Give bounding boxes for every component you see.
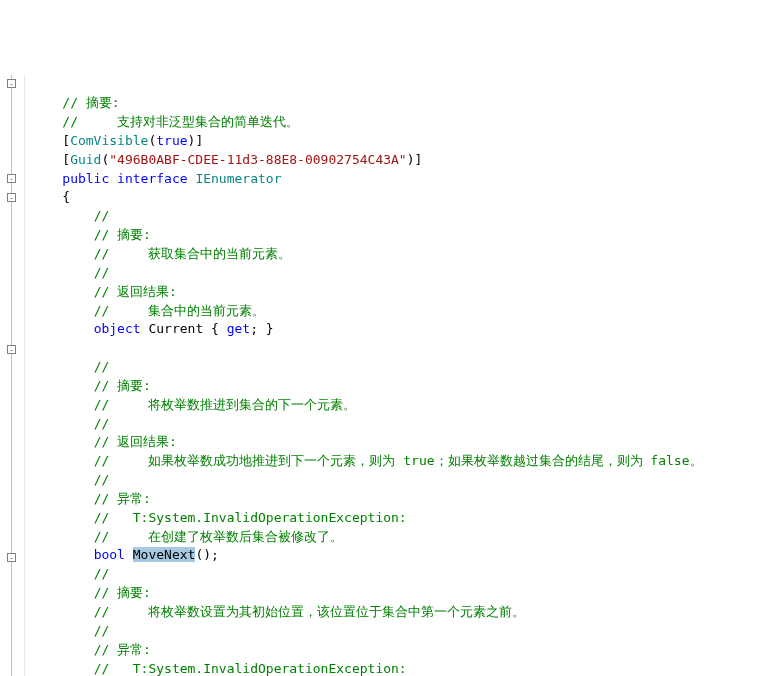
code-line: { (31, 189, 70, 204)
comment: // (94, 208, 110, 223)
comment: // 获取集合中的当前元素。 (94, 246, 292, 261)
comment: // 返回结果: (94, 434, 177, 449)
code-line: // 在创建了枚举数后集合被修改了。 (31, 529, 343, 544)
code-line: bool MoveNext(); (31, 547, 219, 562)
code-line: // 返回结果: (31, 434, 177, 449)
code-line: // 摘要: (31, 227, 151, 242)
code-line: // 摘要: (31, 585, 151, 600)
selected-text: MoveNext (133, 547, 196, 562)
code-line: // 获取集合中的当前元素。 (31, 246, 291, 261)
comment: // 如果枚举数成功地推进到下一个元素，则为 true；如果枚举数越过集合的结尾… (94, 453, 703, 468)
code-line: public interface IEnumerator (31, 171, 281, 186)
comment: // 集合中的当前元素。 (94, 303, 266, 318)
code-line: // (31, 208, 109, 223)
code-line: // (31, 623, 109, 638)
keyword: get (227, 321, 250, 336)
brace: { (62, 189, 70, 204)
code-line: [Guid("496B0ABF-CDEE-11d3-88E8-00902754C… (31, 152, 422, 167)
keyword: public (62, 171, 109, 186)
member: Current (148, 321, 203, 336)
code-line: // 将枚举数推进到集合的下一个元素。 (31, 397, 356, 412)
code-line: // 异常: (31, 642, 151, 657)
comment: // 摘要: (94, 585, 151, 600)
fold-toggle-icon[interactable]: - (7, 79, 16, 88)
code-line: // (31, 359, 109, 374)
code-line: // (31, 472, 109, 487)
comment: // (94, 566, 110, 581)
fold-toggle-icon[interactable]: - (7, 345, 16, 354)
code-area[interactable]: // 摘要: // 支持对非泛型集合的简单迭代。 [ComVisible(tru… (25, 75, 703, 676)
comment: // 摘要: (94, 378, 151, 393)
code-line: [ComVisible(true)] (31, 133, 203, 148)
comment: // 摘要: (62, 95, 119, 110)
comment: // (94, 359, 110, 374)
code-line: // (31, 416, 109, 431)
code-line: // 摘要: (31, 378, 151, 393)
fold-toggle-icon[interactable]: - (7, 553, 16, 562)
attribute: ComVisible (70, 133, 148, 148)
comment: // 返回结果: (94, 284, 177, 299)
code-line: // 支持对非泛型集合的简单迭代。 (31, 114, 299, 129)
code-line: // 异常: (31, 491, 151, 506)
comment: // (94, 472, 110, 487)
comment: // T:System.InvalidOperationException: (94, 661, 407, 676)
code-line: // T:System.InvalidOperationException: (31, 661, 407, 676)
comment: // (94, 265, 110, 280)
comment: // T:System.InvalidOperationException: (94, 510, 407, 525)
code-editor: - - - - - // 摘要: // 支持对非泛型集合的简单迭代。 [ComV… (0, 75, 781, 676)
comment: // (94, 416, 110, 431)
comment: // 异常: (94, 491, 151, 506)
comment: // 支持对非泛型集合的简单迭代。 (62, 114, 299, 129)
fold-toggle-icon[interactable]: - (7, 193, 16, 202)
comment: // 在创建了枚举数后集合被修改了。 (94, 529, 344, 544)
comment: // (94, 623, 110, 638)
fold-line (11, 75, 12, 676)
comment: // 异常: (94, 642, 151, 657)
fold-gutter: - - - - - (0, 75, 25, 676)
keyword: true (156, 133, 187, 148)
code-line: // T:System.InvalidOperationException: (31, 510, 407, 525)
attribute: Guid (70, 152, 101, 167)
code-line: // (31, 265, 109, 280)
type-name: IEnumerator (195, 171, 281, 186)
code-line: // 将枚举数设置为其初始位置，该位置位于集合中第一个元素之前。 (31, 604, 525, 619)
code-line: // 集合中的当前元素。 (31, 303, 265, 318)
code-line: object Current { get; } (31, 321, 274, 336)
comment: // 将枚举数设置为其初始位置，该位置位于集合中第一个元素之前。 (94, 604, 526, 619)
keyword: interface (117, 171, 187, 186)
fold-toggle-icon[interactable]: - (7, 174, 16, 183)
code-line: // (31, 566, 109, 581)
comment: // 将枚举数推进到集合的下一个元素。 (94, 397, 357, 412)
code-line: // 返回结果: (31, 284, 177, 299)
comment: // 摘要: (94, 227, 151, 242)
keyword: bool (94, 547, 125, 562)
code-line: // 摘要: (31, 95, 120, 110)
code-line: // 如果枚举数成功地推进到下一个元素，则为 true；如果枚举数越过集合的结尾… (31, 453, 703, 468)
string-literal: "496B0ABF-CDEE-11d3-88E8-00902754C43A" (109, 152, 406, 167)
keyword: object (94, 321, 141, 336)
